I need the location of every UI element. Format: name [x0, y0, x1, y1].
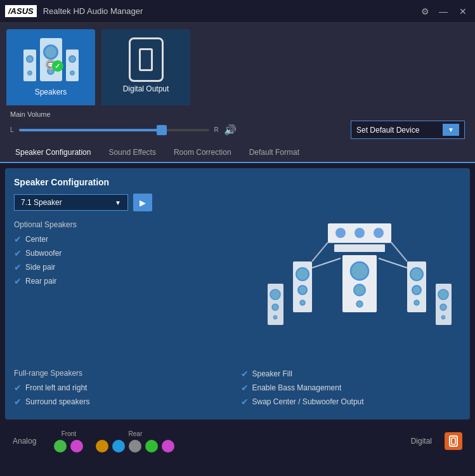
- svg-point-7: [298, 286, 307, 294]
- play-test-button[interactable]: ▶: [133, 194, 152, 211]
- checkbox-swap-center[interactable]: ✔ Swap Center / Subwoofer Output: [241, 397, 462, 407]
- checkbox-front-lr[interactable]: ✔ Front left and right: [14, 383, 235, 393]
- check-icon-center: ✔: [14, 234, 22, 244]
- checkbox-speaker-fill-label: Speaker Fill: [252, 369, 292, 378]
- checkbox-speaker-fill[interactable]: ✔ Speaker Fill: [241, 369, 462, 379]
- svg-point-2: [355, 228, 365, 238]
- bottom-section: Full-range Speakers ✔ Front left and rig…: [14, 369, 461, 411]
- svg-point-27: [441, 315, 445, 319]
- checkbox-subwoofer-label: Subwoofer: [25, 249, 62, 258]
- front-dot-green[interactable]: [54, 440, 67, 453]
- checkbox-rear-pair[interactable]: ✔ Rear pair: [14, 276, 252, 286]
- speaker-select-row: 7.1 Speaker ▼ ▶: [14, 194, 461, 211]
- svg-rect-4: [334, 244, 385, 252]
- speaker-diagram: [258, 220, 461, 360]
- rear-section: Rear: [96, 430, 174, 453]
- rear-dot-blue[interactable]: [112, 440, 125, 453]
- volume-label: Main Volume: [10, 110, 465, 118]
- svg-point-14: [351, 262, 368, 280]
- speakers-tab[interactable]: 💬 ✓ Speakers: [6, 29, 95, 105]
- rear-dot-orange[interactable]: [96, 440, 108, 453]
- checkbox-bass-mgmt[interactable]: ✔ Enable Bass Management: [241, 383, 462, 393]
- check-badge: ✓: [52, 60, 63, 72]
- asus-logo: /ASUS: [5, 5, 37, 17]
- volume-left-label: L: [10, 126, 14, 133]
- svg-point-11: [412, 286, 421, 294]
- rear-label: Rear: [129, 430, 143, 437]
- section-title: Speaker Configuration: [14, 177, 461, 187]
- checkbox-rear-pair-label: Rear pair: [25, 277, 56, 286]
- checkbox-side-pair[interactable]: ✔ Side pair: [14, 262, 252, 272]
- left-column: Optional Speakers ✔ Center ✔ Subwoofer ✔…: [14, 220, 252, 360]
- check-icon-speaker-fill: ✔: [241, 369, 249, 379]
- volume-icon[interactable]: 🔊: [224, 124, 237, 136]
- tab-default-format[interactable]: Default Format: [240, 143, 308, 162]
- svg-point-6: [296, 268, 309, 281]
- tab-room-correction[interactable]: Room Correction: [165, 143, 240, 162]
- svg-point-21: [270, 289, 280, 300]
- svg-point-16: [356, 301, 363, 307]
- set-default-arrow: ▼: [443, 124, 459, 136]
- speakers-label: Speakers: [35, 88, 67, 96]
- speaker-type-value: 7.1 Speaker: [21, 198, 62, 207]
- digital-output-tab[interactable]: Digital Output: [101, 29, 190, 105]
- analog-label: Analog: [13, 437, 36, 446]
- svg-point-8: [300, 300, 305, 305]
- check-icon-side-pair: ✔: [14, 262, 22, 272]
- svg-point-15: [354, 284, 365, 296]
- digital-badge[interactable]: [445, 432, 462, 450]
- rear-dot-purple2[interactable]: [162, 440, 174, 453]
- check-icon-bass-mgmt: ✔: [241, 383, 249, 393]
- svg-point-26: [440, 304, 446, 310]
- svg-rect-29: [452, 438, 455, 444]
- checkbox-swap-center-label: Swap Center / Subwoofer Output: [252, 397, 364, 406]
- checkbox-subwoofer[interactable]: ✔ Subwoofer: [14, 248, 252, 258]
- volume-fill: [19, 129, 162, 131]
- digital-label: Digital Output: [123, 84, 169, 93]
- window-controls: ⚙ — ✕: [419, 5, 470, 18]
- checkbox-center[interactable]: ✔ Center: [14, 234, 252, 244]
- svg-point-23: [273, 315, 277, 319]
- volume-area: Main Volume L R 🔊 Set Default Device ▼: [0, 105, 475, 143]
- bottom-left: Full-range Speakers ✔ Front left and rig…: [14, 369, 235, 411]
- tab-speaker-configuration[interactable]: Speaker Configuration: [6, 143, 100, 163]
- svg-point-1: [335, 228, 346, 238]
- two-col-layout: Optional Speakers ✔ Center ✔ Subwoofer ✔…: [14, 220, 461, 360]
- digital-icon: [129, 37, 164, 82]
- volume-slider[interactable]: [19, 129, 209, 131]
- svg-point-10: [410, 268, 423, 281]
- check-icon-swap-center: ✔: [241, 397, 249, 407]
- checkbox-surround-label: Surround speakers: [25, 397, 89, 406]
- tabs-bar: Speaker Configuration Sound Effects Room…: [0, 143, 475, 163]
- svg-point-25: [438, 289, 448, 300]
- volume-right-label: R: [214, 126, 219, 133]
- settings-icon[interactable]: ⚙: [419, 6, 431, 17]
- svg-line-19: [391, 242, 407, 261]
- front-dots: [54, 440, 83, 453]
- check-icon-subwoofer: ✔: [14, 248, 22, 258]
- set-default-dropdown[interactable]: Set Default Device ▼: [351, 121, 465, 139]
- rear-dot-gray[interactable]: [129, 440, 141, 453]
- bottom-right: ✔ Speaker Fill ✔ Enable Bass Management …: [241, 369, 462, 411]
- svg-line-18: [312, 242, 328, 261]
- volume-row: L R 🔊 Set Default Device ▼: [10, 121, 465, 139]
- close-button[interactable]: ✕: [456, 5, 470, 18]
- speaker-type-dropdown[interactable]: 7.1 Speaker ▼: [14, 194, 128, 211]
- dropdown-arrow-icon: ▼: [115, 199, 121, 206]
- svg-point-22: [272, 304, 278, 310]
- full-range-title: Full-range Speakers: [14, 369, 235, 378]
- volume-thumb[interactable]: [157, 125, 167, 135]
- front-dot-purple[interactable]: [70, 440, 83, 453]
- main-content: Speaker Configuration 7.1 Speaker ▼ ▶ Op…: [5, 168, 470, 420]
- svg-point-12: [414, 300, 419, 305]
- checkbox-front-lr-label: Front left and right: [25, 383, 87, 392]
- checkbox-surround[interactable]: ✔ Surround speakers: [14, 397, 235, 407]
- rear-dot-green2[interactable]: [145, 440, 158, 453]
- check-icon-front-lr: ✔: [14, 383, 22, 393]
- tab-sound-effects[interactable]: Sound Effects: [100, 143, 165, 162]
- digital-badge-icon: [448, 435, 459, 447]
- check-icon-surround: ✔: [14, 397, 22, 407]
- minimize-button[interactable]: —: [436, 5, 451, 18]
- digital-footer-label: Digital: [411, 437, 432, 446]
- device-tabs: 💬 ✓ Speakers Digital Output: [0, 23, 475, 105]
